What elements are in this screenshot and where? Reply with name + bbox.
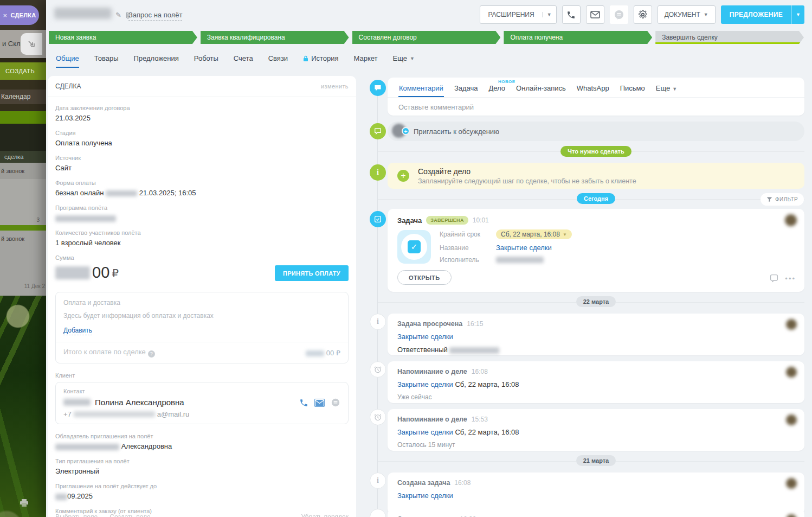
- mail-icon[interactable]: [314, 399, 325, 407]
- field-participants: Количество участников полёта 1 взрослый …: [55, 229, 349, 247]
- stage-qualified[interactable]: Заявка квалифицирована: [201, 31, 349, 44]
- bg-divider: [0, 80, 46, 90]
- tab-robots[interactable]: Роботы: [194, 54, 218, 68]
- stage-paid[interactable]: Оплата получена: [504, 31, 652, 44]
- contact-label: Контакт: [63, 388, 340, 394]
- printer-icon[interactable]: [20, 499, 29, 507]
- contact-card[interactable]: Контакт Полина Александровна +7 a@mail.r…: [55, 382, 349, 424]
- chevron-down-icon[interactable]: ▼: [542, 12, 556, 17]
- task-link[interactable]: Закрытие сделки: [397, 333, 453, 341]
- tab-general[interactable]: Общие: [56, 54, 79, 68]
- stage-new[interactable]: Новая заявка: [49, 31, 197, 44]
- chevron-down-icon: ▼: [410, 56, 415, 61]
- task-link[interactable]: Закрытие сделки: [496, 244, 552, 252]
- deal-section-title: СДЕЛКА: [55, 82, 81, 90]
- paybox-title: Оплата и доставка: [63, 299, 340, 307]
- chevron-down-icon: ▼: [563, 232, 567, 237]
- field-stage: Стадия Оплата получена: [55, 130, 349, 147]
- contact-name[interactable]: Полина Александровна: [95, 398, 184, 407]
- document-button[interactable]: ДОКУМЕНТ ▼: [658, 5, 716, 24]
- status-badge: ЗАВЕРШЕНА: [426, 216, 468, 225]
- edit-link[interactable]: изменить: [321, 83, 349, 90]
- info-rail-icon: i: [370, 314, 386, 330]
- openlines-chat-icon[interactable]: [331, 398, 340, 407]
- info-rail-icon: [370, 509, 386, 517]
- create-activity-banner[interactable]: + Создайте дело Запланируйте следующий ш…: [388, 163, 804, 189]
- tab-history[interactable]: История: [303, 54, 338, 68]
- bg-count: 3: [0, 216, 46, 225]
- task-link[interactable]: Закрытие сделки: [397, 492, 453, 500]
- tab-quotes[interactable]: Предложения: [133, 54, 178, 68]
- composer-tab-email[interactable]: Письмо: [620, 79, 646, 97]
- deadline-pill[interactable]: Сб, 22 марта, 16:08▼: [496, 229, 572, 239]
- close-icon[interactable]: ×: [3, 11, 7, 20]
- call-button[interactable]: [562, 5, 581, 24]
- create-activity-subtitle: Запланируйте следующий шаг по сделке, чт…: [418, 177, 636, 185]
- tab-market[interactable]: Маркет: [354, 54, 378, 68]
- filter-button[interactable]: ФИЛЬТР: [761, 193, 804, 206]
- extensions-button[interactable]: РАСШИРЕНИЯ ▼: [480, 5, 556, 24]
- divider: [56, 342, 348, 342]
- chevron-down-icon[interactable]: ▼: [791, 5, 804, 24]
- settings-button[interactable]: [634, 5, 652, 24]
- tab-products[interactable]: Товары: [94, 54, 119, 68]
- total-label: Итого к оплате по сделке: [63, 348, 146, 356]
- header-toolbar: РАСШИРЕНИЯ ▼ ДОКУМЕНТ ▼ ПРЕДЛОЖЕНИЕ ▼: [480, 5, 804, 24]
- phone-icon[interactable]: [299, 398, 308, 407]
- collapse-slider-button[interactable]: [21, 33, 42, 55]
- accept-payment-button[interactable]: ПРИНЯТЬ ОПЛАТУ: [275, 265, 349, 281]
- email-button[interactable]: [586, 5, 604, 24]
- entry-title: Напоминание о деле: [397, 416, 467, 423]
- redacted-deal-title: [54, 8, 112, 19]
- contact-email[interactable]: a@mail.ru: [157, 410, 189, 418]
- redacted-phone-email: [74, 411, 155, 417]
- composer-tab-task[interactable]: Задача: [454, 79, 479, 97]
- openlines-button[interactable]: [610, 5, 628, 24]
- task-check-icon: ✓: [408, 240, 421, 253]
- stage-contract[interactable]: Составлен договор: [352, 31, 501, 44]
- create-field-link[interactable]: Создать поле: [109, 513, 151, 517]
- composer-tab-booking[interactable]: Онлайн-запись: [515, 79, 566, 97]
- tab-relations[interactable]: Связи: [268, 54, 288, 68]
- edit-pencil-icon[interactable]: ✎: [115, 11, 121, 19]
- avatar: [786, 367, 797, 378]
- tab-more[interactable]: Еще▼: [393, 54, 415, 68]
- entry-title: Создана задача: [397, 479, 450, 487]
- pipeline-stage-bar: Новая заявка Заявка квалифицирована Сост…: [49, 31, 804, 44]
- paybox-hint: Здесь будет информация об оплатах и дост…: [63, 312, 340, 320]
- slider-close-tab[interactable]: × СДЕЛКА: [0, 5, 39, 25]
- proposal-button[interactable]: ПРЕДЛОЖЕНИЕ ▼: [721, 5, 804, 24]
- invite-to-discussion[interactable]: + Пригласить к обсуждению: [388, 122, 804, 141]
- stage-close[interactable]: Завершить сделку: [655, 31, 804, 44]
- tab-invoices[interactable]: Счета: [234, 54, 253, 68]
- composer-tab-comment[interactable]: Комментарий: [398, 79, 444, 97]
- redacted-amount: [306, 350, 324, 356]
- more-actions-icon[interactable]: •••: [785, 275, 796, 283]
- select-field-link[interactable]: Выбрать поле: [55, 513, 98, 517]
- timeline-entry-reminder: Напоминание о деле 15:53 Закрытие сделки…: [388, 409, 804, 451]
- deal-slider-panel: ✎ Запрос на полёт ▾ РАСШИРЕНИЯ ▼ ДОКУМЕН…: [46, 0, 812, 517]
- today-separator: Сегодня: [388, 193, 804, 204]
- entry-time: 15:53: [472, 416, 488, 423]
- task-link[interactable]: Закрытие сделки: [397, 380, 453, 388]
- entry-time: 16:15: [467, 320, 483, 328]
- add-payment-link[interactable]: Добавить: [63, 327, 92, 335]
- comment-icon[interactable]: [770, 274, 778, 283]
- field-contract-date: Дата заключения договора 21.03.2025: [55, 105, 349, 122]
- info-rail-icon: i: [370, 473, 386, 489]
- field-order-link[interactable]: Убрать порядок: [301, 513, 349, 517]
- composer-tab-more[interactable]: Еще▼: [655, 79, 678, 97]
- alarm-rail-icon: [370, 409, 386, 425]
- avatar: [786, 478, 797, 489]
- open-task-button[interactable]: ОТКРЫТЬ: [397, 270, 452, 285]
- composer-tab-whatsapp[interactable]: WhatsApp: [576, 79, 610, 97]
- invite-label: Пригласить к обсуждению: [414, 127, 499, 136]
- chevron-down-icon: ▼: [672, 86, 677, 92]
- task-rail-icon: [370, 211, 386, 227]
- field-invite-owner: Обладатель приглашения на полёт Александ…: [55, 433, 349, 450]
- composer-tab-activity[interactable]: Дело: [488, 79, 506, 97]
- task-link[interactable]: Закрытие сделки: [397, 428, 453, 436]
- comment-input[interactable]: Оставьте комментарий: [388, 98, 804, 117]
- bg-call-item: й звонок: [0, 231, 46, 247]
- help-icon[interactable]: ?: [148, 350, 155, 358]
